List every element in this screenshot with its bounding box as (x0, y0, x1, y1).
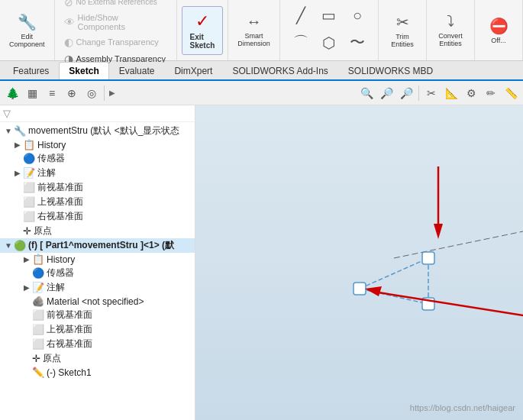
list-item[interactable]: ⬜ 上视基准面 (0, 322, 195, 337)
spline-icon: 〜 (350, 32, 365, 53)
list-item[interactable]: 🔵 传感器 (0, 266, 195, 280)
smart-dimension-section: ↔ Smart Dimension (228, 0, 280, 60)
annot2-icon: 📝 (32, 282, 44, 293)
off-button[interactable]: ⛔ Off... (479, 14, 518, 47)
root-arrow: ▼ (5, 127, 12, 135)
tree-icon-btn[interactable]: 🌲 (3, 84, 21, 102)
list-item[interactable]: ▶ 📋 History (0, 138, 195, 151)
sketch-canvas (195, 105, 523, 420)
spline-tool-btn[interactable]: 〜 (344, 29, 370, 56)
top1-label: 上视基准面 (37, 195, 83, 208)
tab-features[interactable]: Features (3, 62, 59, 79)
history1-label: History (37, 140, 66, 150)
trim-entities-button[interactable]: ✂ Trim Entities (383, 10, 421, 51)
list-item[interactable]: ▶ 📝 注解 (0, 166, 195, 180)
sensor2-icon: 🔵 (32, 267, 44, 279)
smart-dimension-button[interactable]: ↔ Smart Dimension (233, 10, 275, 50)
circle-icon: ○ (353, 7, 362, 24)
sketch-tools-section: ╱ ▭ ○ ⌒ ⬡ 〜 A · (280, 0, 379, 60)
change-transparency-btn[interactable]: ◐ Change Transparency (60, 34, 172, 50)
off-section: ⛔ Off... (475, 0, 523, 60)
canvas-area[interactable]: https://blog.csdn.net/haigear (195, 105, 523, 420)
main-content: ▽ ▼ 🔧 movementStru (默认 <默认_显示状态 ▶ 📋 Hist… (0, 105, 523, 420)
list-item[interactable]: ✛ 原点 (0, 351, 195, 366)
list-item[interactable]: ✛ 原点 (0, 224, 195, 238)
watermark-text: https://blog.csdn.net/haigear (410, 403, 515, 412)
grid-view-btn[interactable]: ▦ (23, 84, 41, 102)
tool3[interactable]: ⚙ (462, 84, 480, 102)
part1-item[interactable]: ▼ 🟢 (f) [ Part1^movementStru ]<1> (默 (0, 238, 195, 253)
convert-icon: ⤵ (447, 13, 454, 31)
tab-mbd[interactable]: SOLIDWORKS MBD (338, 62, 443, 79)
tab-evaluate[interactable]: Evaluate (109, 62, 165, 79)
rectangle-tool-btn[interactable]: ▭ (315, 3, 342, 27)
annot1-label: 注解 (37, 166, 56, 179)
tab-dimxpert[interactable]: DimXpert (164, 62, 222, 79)
list-item[interactable]: ⬜ 右视基准面 (0, 337, 195, 351)
list-item[interactable]: ▶ 📝 注解 (0, 280, 195, 295)
sep2 (418, 86, 419, 101)
donut-btn[interactable]: ◎ (82, 84, 101, 102)
crosshair-btn[interactable]: ⊕ (63, 84, 81, 102)
feature-tree: ▼ 🔧 movementStru (默认 <默认_显示状态 ▶ 📋 Histor… (0, 122, 195, 420)
tool1[interactable]: ✂ (422, 84, 441, 102)
history2-label: History (47, 254, 75, 265)
trim-entities-section: ✂ Trim Entities (379, 0, 427, 60)
list-item[interactable]: ⬜ 右视基准面 (0, 209, 195, 224)
no-external-refs-btn[interactable]: ⊘ No External References (60, 0, 172, 10)
tree-root-item[interactable]: ▼ 🔧 movementStru (默认 <默认_显示状态 (0, 124, 195, 138)
stacked-buttons-group: ⊘ No External References 👁 Hide/Show Com… (60, 0, 172, 66)
top1-icon: ⬜ (23, 196, 35, 208)
expand-arrow[interactable]: ▶ (109, 89, 115, 97)
front1-icon: ⬜ (23, 182, 35, 193)
sensor1-label: 传感器 (37, 152, 65, 165)
history1-icon: 📋 (23, 139, 35, 150)
hide-show-btn[interactable]: 👁 Hide/Show Components (60, 11, 172, 33)
list-item[interactable]: ⬜ 上视基准面 (0, 195, 195, 209)
arc-icon: ⌒ (293, 32, 308, 53)
polygon-tool-btn[interactable]: ⬡ (315, 31, 342, 55)
tool4[interactable]: ✏ (482, 84, 500, 102)
right2-icon: ⬜ (32, 338, 44, 350)
right1-label: 右视基准面 (37, 210, 83, 223)
search-btn-3[interactable]: 🔎 (397, 84, 415, 102)
root-label: movementStru (默认 <默认_显示状态 (28, 124, 179, 137)
part1-label: (f) [ Part1^movementStru ]<1> (默 (28, 239, 174, 252)
sensor2-label: 传感器 (47, 267, 74, 279)
edit-component-button[interactable]: 🔧 Edit Component (5, 10, 50, 51)
list-item[interactable]: ▶ 📋 History (0, 253, 195, 266)
tool2[interactable]: 📐 (442, 84, 460, 102)
list-item[interactable]: 🔵 传感器 (0, 151, 195, 166)
list-view-btn[interactable]: ≡ (43, 84, 61, 102)
exit-sketch-button[interactable]: ✓ Exit Sketch (182, 6, 224, 55)
list-item[interactable]: ⬜ 前视基准面 (0, 180, 195, 195)
no-ext-label: No External References (76, 0, 157, 6)
search-btn-1[interactable]: 🔍 (357, 84, 376, 102)
sketch1-item[interactable]: ✏️ (-) Sketch1 (0, 366, 195, 379)
smart-dim-icon: ↔ (247, 13, 262, 31)
top2-icon: ⬜ (32, 324, 44, 335)
sep1 (104, 86, 105, 101)
references-section: ⊘ No External References 👁 Hide/Show Com… (55, 0, 177, 60)
line-tool-btn[interactable]: ╱ (287, 3, 314, 27)
circle-tool-btn[interactable]: ○ (344, 4, 370, 27)
front1-label: 前视基准面 (37, 181, 83, 194)
main-toolbar: 🔧 Edit Component ⊘ No External Reference… (0, 0, 523, 61)
svg-rect-5 (354, 283, 366, 295)
list-item[interactable]: ⬜ 前视基准面 (0, 308, 195, 322)
origin2-icon: ✛ (32, 353, 40, 364)
exit-sketch-icon: ✓ (195, 11, 209, 31)
list-item[interactable]: 🪨 Material <not specified> (0, 295, 195, 308)
convert-entities-button[interactable]: ⤵ Convert Entities (431, 10, 470, 50)
arc-tool-btn[interactable]: ⌒ (287, 29, 314, 56)
tab-sketch[interactable]: Sketch (59, 62, 108, 79)
tab-addins[interactable]: SOLIDWORKS Add-Ins (222, 62, 337, 79)
hide-show-icon: 👁 (64, 16, 75, 28)
search-btn-2[interactable]: 🔎 (377, 84, 395, 102)
smart-dim-label: Smart Dimension (237, 32, 270, 47)
root-icon: 🔧 (14, 125, 26, 137)
sketch1-label: (-) Sketch1 (47, 367, 92, 378)
origin1-label: 原点 (34, 225, 52, 237)
tool5[interactable]: 📏 (502, 84, 520, 102)
hide-show-label: Hide/Show Components (78, 13, 167, 31)
